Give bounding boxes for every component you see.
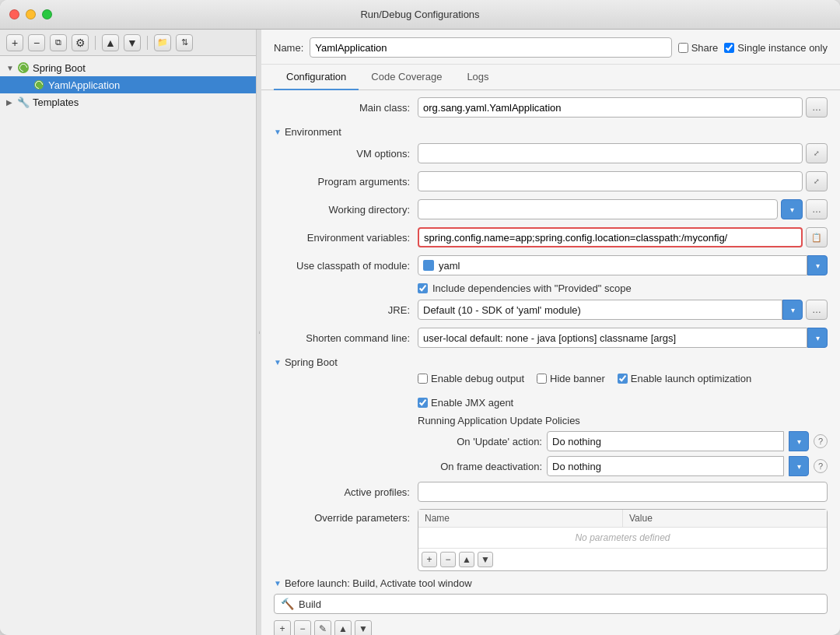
hide-banner-checkbox[interactable] bbox=[537, 374, 547, 384]
tab-logs[interactable]: Logs bbox=[454, 65, 501, 90]
override-params-label: Override parameters: bbox=[274, 509, 418, 524]
override-params-section: Override parameters: Name Value No param… bbox=[274, 509, 828, 571]
main-class-browse-btn[interactable]: … bbox=[806, 97, 828, 118]
override-down-btn[interactable]: ▼ bbox=[478, 552, 493, 567]
name-row: Name: Share Single instance only bbox=[261, 30, 840, 65]
spring-boot-arrow[interactable]: ▼ bbox=[274, 358, 282, 367]
enable-launch-check: Enable launch optimization bbox=[618, 373, 751, 384]
bl-up-btn[interactable]: ▲ bbox=[334, 620, 352, 635]
shorten-dropdown-btn[interactable]: ▾ bbox=[807, 328, 828, 348]
spring-checkboxes: Enable debug output Hide banner Enable l… bbox=[418, 373, 828, 409]
up-button[interactable]: ▲ bbox=[102, 34, 119, 51]
include-deps-checkbox[interactable] bbox=[418, 283, 428, 293]
jre-select[interactable]: Default (10 - SDK of 'yaml' module) bbox=[418, 300, 782, 320]
classpath-module-row: Use classpath of module: yaml ▾ bbox=[274, 254, 828, 276]
override-add-btn[interactable]: + bbox=[422, 552, 437, 567]
titlebar: Run/Debug Configurations bbox=[0, 0, 840, 30]
on-update-help[interactable]: ? bbox=[814, 434, 828, 448]
module-dropdown-arrow[interactable]: ▾ bbox=[807, 255, 828, 275]
override-toolbar: + − ▲ ▼ bbox=[418, 548, 827, 570]
working-dir-label: Working directory: bbox=[274, 204, 418, 216]
environment-arrow[interactable]: ▼ bbox=[274, 128, 282, 136]
active-profiles-input[interactable] bbox=[418, 482, 828, 502]
single-instance-label: Single instance only bbox=[737, 42, 828, 54]
down-button[interactable]: ▼ bbox=[124, 34, 141, 51]
main-window: Run/Debug Configurations + − ⧉ ⚙ ▲ ▼ 📁 ⇅… bbox=[0, 0, 840, 635]
on-frame-help[interactable]: ? bbox=[814, 459, 828, 473]
on-update-dropdown[interactable]: ▾ bbox=[789, 431, 809, 451]
main-class-input[interactable] bbox=[418, 97, 803, 118]
vm-options-expand-btn[interactable]: ⤢ bbox=[806, 143, 828, 163]
override-table: Name Value No parameters defined + − ▲ ▼ bbox=[418, 509, 828, 571]
maximize-button[interactable] bbox=[42, 9, 52, 19]
remove-button[interactable]: − bbox=[28, 34, 45, 51]
minimize-button[interactable] bbox=[26, 9, 36, 19]
override-up-btn[interactable]: ▲ bbox=[459, 552, 474, 567]
sidebar-item-spring-boot[interactable]: ▼ Spring Boot bbox=[0, 59, 256, 76]
before-launch-arrow[interactable]: ▼ bbox=[274, 579, 282, 588]
environment-title: Environment bbox=[285, 126, 341, 138]
program-args-input[interactable] bbox=[418, 171, 803, 191]
enable-launch-checkbox[interactable] bbox=[618, 374, 628, 384]
module-name: yaml bbox=[439, 260, 460, 272]
env-vars-browse-btn[interactable]: 📋 bbox=[806, 227, 828, 247]
override-remove-btn[interactable]: − bbox=[440, 552, 456, 567]
bl-down-btn[interactable]: ▼ bbox=[355, 620, 372, 635]
sort-button[interactable]: ⇅ bbox=[176, 34, 193, 51]
bl-remove-btn[interactable]: − bbox=[294, 620, 311, 635]
yaml-app-icon bbox=[33, 79, 45, 91]
on-frame-value: Do nothing bbox=[552, 461, 601, 472]
module-icon bbox=[423, 260, 434, 271]
single-instance-checkbox[interactable] bbox=[724, 43, 734, 53]
on-update-select[interactable]: Do nothing bbox=[547, 431, 784, 451]
working-dir-browse-btn[interactable]: … bbox=[806, 199, 828, 219]
vm-options-row: VM options: ⤢ bbox=[274, 142, 828, 164]
working-dir-dropdown-btn[interactable]: ▾ bbox=[781, 199, 803, 219]
close-button[interactable] bbox=[9, 9, 19, 19]
vm-options-input[interactable] bbox=[418, 143, 803, 163]
shorten-select[interactable]: user-local default: none - java [options… bbox=[418, 328, 807, 348]
sidebar-item-templates[interactable]: ▶ 🔧 Templates bbox=[0, 93, 256, 111]
tab-configuration[interactable]: Configuration bbox=[274, 65, 359, 90]
on-frame-dropdown[interactable]: ▾ bbox=[789, 456, 809, 476]
on-frame-select[interactable]: Do nothing bbox=[547, 456, 784, 476]
main-content: + − ⧉ ⚙ ▲ ▼ 📁 ⇅ ▼ Spring Boot bbox=[0, 30, 840, 635]
share-label: Share bbox=[691, 42, 719, 54]
on-frame-row: On frame deactivation: Do nothing ▾ ? bbox=[418, 456, 828, 476]
name-input[interactable] bbox=[310, 37, 671, 58]
vm-options-label: VM options: bbox=[274, 148, 418, 160]
enable-jmx-checkbox[interactable] bbox=[418, 398, 428, 408]
include-deps-label: Include dependencies with "Provided" sco… bbox=[432, 282, 632, 294]
env-vars-input[interactable] bbox=[418, 227, 803, 247]
sidebar-tree: ▼ Spring Boot YamlApplication ▶ bbox=[0, 56, 256, 635]
folder-button[interactable]: 📁 bbox=[154, 34, 171, 51]
program-args-row: Program arguments: ⤢ bbox=[274, 170, 828, 192]
bl-edit-btn[interactable]: ✎ bbox=[314, 620, 331, 635]
settings-button[interactable]: ⚙ bbox=[72, 34, 89, 51]
sidebar-toolbar: + − ⧉ ⚙ ▲ ▼ 📁 ⇅ bbox=[0, 30, 256, 56]
environment-section-header: ▼ Environment bbox=[274, 126, 828, 138]
sidebar-item-yaml-app[interactable]: YamlApplication bbox=[0, 76, 256, 93]
working-dir-input[interactable] bbox=[418, 199, 778, 219]
tab-code-coverage[interactable]: Code Coverage bbox=[359, 65, 454, 90]
add-button[interactable]: + bbox=[6, 34, 23, 51]
traffic-lights bbox=[9, 9, 52, 19]
jre-browse-btn[interactable]: … bbox=[806, 300, 828, 320]
policy-header: Running Application Update Policies bbox=[418, 415, 828, 426]
enable-debug-checkbox[interactable] bbox=[418, 374, 428, 384]
working-dir-row: Working directory: ▾ … bbox=[274, 198, 828, 220]
expand-arrow: ▼ bbox=[6, 64, 17, 72]
main-class-label: Main class: bbox=[274, 102, 418, 114]
classpath-module-select[interactable]: yaml bbox=[418, 255, 807, 275]
copy-button[interactable]: ⧉ bbox=[50, 34, 67, 51]
override-empty: No parameters defined bbox=[418, 528, 827, 548]
program-args-expand-btn[interactable]: ⤢ bbox=[806, 171, 828, 191]
share-checkbox-row: Share bbox=[678, 42, 719, 54]
on-update-value: Do nothing bbox=[552, 436, 601, 447]
share-checkbox[interactable] bbox=[678, 43, 688, 53]
bl-add-btn[interactable]: + bbox=[274, 620, 291, 635]
classpath-module-label: Use classpath of module: bbox=[274, 260, 418, 272]
jre-row: JRE: Default (10 - SDK of 'yaml' module)… bbox=[274, 299, 828, 321]
jre-dropdown-btn[interactable]: ▾ bbox=[782, 300, 803, 320]
enable-launch-label: Enable launch optimization bbox=[631, 373, 751, 384]
